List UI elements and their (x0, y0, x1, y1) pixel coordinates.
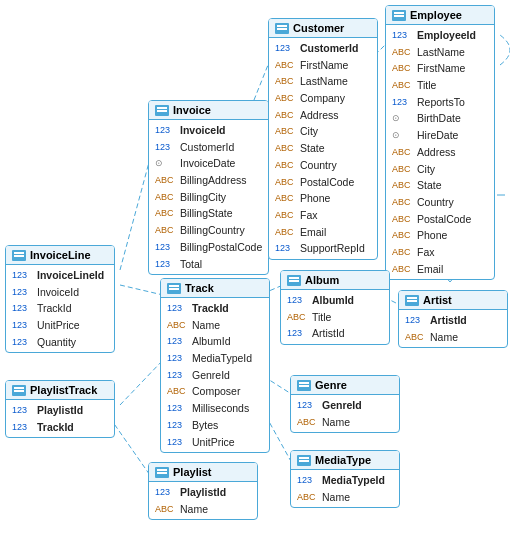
field-type: ABC (392, 179, 414, 192)
field-name: TrackId (37, 420, 74, 435)
field-type: ABC (392, 62, 414, 75)
field-type: ABC (392, 79, 414, 92)
field-type: ABC (287, 311, 309, 324)
field-row: 123TrackId (161, 300, 269, 317)
field-row: 123TrackId (6, 300, 114, 317)
field-name: Name (192, 318, 220, 333)
field-name: Quantity (37, 335, 76, 350)
table-header-album: Album (281, 271, 389, 290)
field-row: 123Quantity (6, 334, 114, 351)
field-row: 123InvoiceId (6, 284, 114, 301)
field-type: ABC (275, 159, 297, 172)
field-type: 123 (12, 269, 34, 282)
table-icon (287, 275, 301, 286)
field-name: Country (417, 195, 454, 210)
field-type: 123 (392, 96, 414, 109)
table-header-track: Track (161, 279, 269, 298)
field-row: ABCName (291, 489, 399, 506)
table-icon (297, 380, 311, 391)
table-customer: Customer123CustomerIdABCFirstNameABCLast… (268, 18, 378, 260)
field-type: 123 (167, 369, 189, 382)
field-name: State (417, 178, 442, 193)
field-row: ABCBillingCountry (149, 222, 268, 239)
field-name: State (300, 141, 325, 156)
table-track: Track123TrackIdABCName123AlbumId123Media… (160, 278, 270, 453)
field-name: Phone (300, 191, 330, 206)
field-type: ABC (392, 229, 414, 242)
field-row: ABCTitle (386, 77, 494, 94)
field-row: ABCPostalCode (269, 174, 377, 191)
field-type: ABC (392, 246, 414, 259)
field-type: 123 (297, 474, 319, 487)
field-type: 123 (167, 352, 189, 365)
field-name: TrackId (192, 301, 229, 316)
field-row: ABCBillingAddress (149, 172, 268, 189)
field-name: PostalCode (417, 212, 471, 227)
field-type: ⊙ (155, 157, 177, 170)
field-name: InvoiceDate (180, 156, 235, 171)
field-row: 123Total (149, 256, 268, 273)
table-icon (392, 10, 406, 21)
table-label: Invoice (173, 104, 211, 116)
field-name: InvoiceId (180, 123, 226, 138)
field-name: Title (417, 78, 436, 93)
table-label: Playlist (173, 466, 212, 478)
table-body: 123ArtistIdABCName (399, 310, 507, 347)
field-row: 123Milliseconds (161, 400, 269, 417)
field-type: ABC (392, 213, 414, 226)
field-row: ABCName (291, 414, 399, 431)
field-row: ABCState (386, 177, 494, 194)
svg-line-1 (120, 285, 163, 295)
field-row: ABCPhone (269, 190, 377, 207)
field-type: ABC (275, 92, 297, 105)
field-name: GenreId (192, 368, 230, 383)
field-name: BillingState (180, 206, 233, 221)
field-type: ABC (392, 46, 414, 59)
field-row: ABCAddress (269, 107, 377, 124)
field-row: ABCState (269, 140, 377, 157)
table-employee: Employee123EmployeeIdABCLastNameABCFirst… (385, 5, 495, 280)
field-row: 123GenreId (161, 367, 269, 384)
field-name: Composer (192, 384, 240, 399)
table-label: Customer (293, 22, 344, 34)
field-name: GenreId (322, 398, 362, 413)
field-name: HireDate (417, 128, 458, 143)
table-body: 123MediaTypeIdABCName (291, 470, 399, 507)
field-type: 123 (12, 302, 34, 315)
field-row: 123EmployeeId (386, 27, 494, 44)
field-row: 123ArtistId (399, 312, 507, 329)
field-row: 123SupportRepId (269, 240, 377, 257)
field-name: EmployeeId (417, 28, 476, 43)
field-type: ABC (275, 176, 297, 189)
field-type: 123 (12, 404, 34, 417)
field-type: 123 (167, 402, 189, 415)
field-row: 123ArtistId (281, 325, 389, 342)
field-type: ABC (275, 142, 297, 155)
field-row: ABCCity (269, 123, 377, 140)
field-name: Phone (417, 228, 447, 243)
field-type: ABC (275, 109, 297, 122)
field-name: City (417, 162, 435, 177)
field-row: 123MediaTypeId (161, 350, 269, 367)
field-name: Name (322, 415, 350, 430)
field-row: ABCBillingState (149, 205, 268, 222)
field-type: 123 (12, 319, 34, 332)
field-type: ABC (297, 416, 319, 429)
field-type: ABC (275, 226, 297, 239)
field-name: BirthDate (417, 111, 461, 126)
field-row: ABCFirstName (386, 60, 494, 77)
field-name: Email (300, 225, 326, 240)
table-header-invoice: Invoice (149, 101, 268, 120)
field-type: ABC (155, 207, 177, 220)
field-row: 123MediaTypeId (291, 472, 399, 489)
field-row: 123AlbumId (281, 292, 389, 309)
field-type: ABC (275, 125, 297, 138)
field-name: Company (300, 91, 345, 106)
field-name: PostalCode (300, 175, 354, 190)
field-row: 123CustomerId (269, 40, 377, 57)
field-row: ABCFax (269, 207, 377, 224)
field-row: ABCAddress (386, 144, 494, 161)
field-name: TrackId (37, 301, 72, 316)
table-icon (167, 283, 181, 294)
field-row: ABCEmail (269, 224, 377, 241)
